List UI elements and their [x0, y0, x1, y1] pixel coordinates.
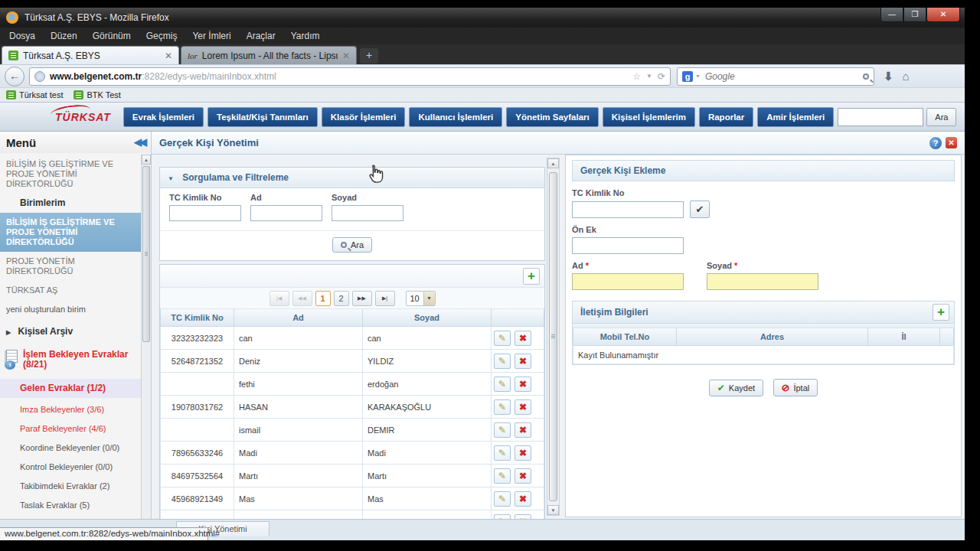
menu-item[interactable]: Dosya — [9, 31, 35, 41]
edit-button[interactable]: ✎ — [494, 331, 511, 346]
filter-ad-input[interactable] — [250, 205, 322, 221]
page-2-button[interactable]: 2 — [334, 291, 349, 306]
first-page-icon[interactable]: |◀ — [270, 291, 289, 306]
app-nav-button[interactable]: Raporlar — [699, 107, 753, 127]
bookmark-item[interactable]: BTK Test — [74, 90, 120, 99]
delete-button[interactable]: ✖ — [514, 354, 531, 369]
close-window-button[interactable]: ✕ — [926, 8, 960, 22]
header-search-input[interactable] — [838, 108, 923, 126]
reload-icon[interactable]: ⟳ — [658, 71, 665, 82]
sidebar-item-paraf-bekleyenler[interactable]: Paraf Bekleyenler (4/6) — [0, 419, 141, 439]
search-magnifier-icon[interactable] — [863, 73, 869, 80]
col-header-soyad[interactable]: Soyad — [363, 309, 492, 327]
delete-button[interactable]: ✖ — [514, 399, 531, 415]
edit-button[interactable]: ✎ — [494, 354, 511, 369]
new-tab-button[interactable]: + — [360, 48, 378, 64]
delete-button[interactable]: ✖ — [514, 377, 531, 392]
url-bar[interactable]: www.belgenet.com.tr :8282/edys-web/mainI… — [29, 67, 671, 86]
bookmark-item[interactable]: Türksat test — [6, 90, 63, 99]
delete-button[interactable]: ✖ — [514, 331, 531, 346]
scroll-up-icon[interactable]: ▲ — [142, 155, 151, 165]
edit-button[interactable]: ✎ — [494, 491, 511, 507]
app-nav-button[interactable]: Yönetim Sayfaları — [506, 107, 599, 127]
app-nav-button[interactable]: Kullanıcı İşlemleri — [409, 107, 502, 127]
app-nav-button[interactable]: Evrak İşlemleri — [123, 107, 204, 127]
sidebar-scrollbar[interactable]: ▲ — [141, 155, 151, 519]
menu-item[interactable]: Yer İmleri — [192, 31, 230, 41]
sidebar-item-taslak[interactable]: Taslak Evraklar (5) — [0, 496, 141, 515]
menu-item[interactable]: Görünüm — [93, 31, 131, 41]
sidebar-item-proje[interactable]: PROJE YÖNETİM DİREKTÖRLÜĞÜ — [0, 252, 141, 281]
sidebar-item-kisisel-arsiv[interactable]: ▶ Kişisel Arşiv — [0, 319, 141, 342]
sidebar-item-turksat-as[interactable]: TÜRKSAT AŞ — [0, 281, 141, 300]
edit-button[interactable]: ✎ — [494, 399, 511, 415]
tc-input[interactable] — [572, 201, 684, 218]
back-button[interactable]: ← — [5, 67, 24, 86]
sidebar-item-gelen-evraklar[interactable]: Gelen Evraklar (1/2) — [0, 379, 141, 398]
sidebar-item-islem-bekleyen[interactable]: i İşlem Bekleyen Evraklar (8/21) — [0, 342, 141, 374]
page-size-select[interactable]: 10 ▼ — [406, 291, 436, 306]
help-icon[interactable]: ? — [929, 137, 942, 149]
cancel-button[interactable]: ⊘ İptal — [773, 379, 818, 396]
home-icon[interactable]: ⌂ — [903, 70, 910, 83]
soyad-input[interactable] — [707, 273, 818, 290]
verify-check-icon[interactable]: ✔ — [690, 201, 710, 218]
close-page-icon[interactable]: ✕ — [946, 137, 957, 148]
scroll-up-icon[interactable]: ▲ — [547, 158, 559, 168]
delete-button[interactable]: ✖ — [514, 422, 531, 438]
dropdown-icon[interactable]: ▼ — [646, 73, 652, 80]
col-header-tc[interactable]: TC Kimlik No — [161, 309, 234, 327]
add-person-button[interactable]: + — [523, 268, 540, 285]
filter-panel-header[interactable]: ▼ Sorgulama ve Filtreleme — [160, 168, 544, 188]
edit-button[interactable]: ✎ — [494, 445, 511, 461]
sidebar-item-imza-bekleyenler[interactable]: Imza Bekleyenler (3/6) — [0, 398, 141, 419]
content-scrollbar[interactable]: ▲ ▼ — [547, 158, 560, 516]
collapse-sidebar-icon[interactable]: ◀◀ — [134, 136, 145, 148]
scroll-down-icon[interactable]: ▼ — [547, 505, 559, 515]
sidebar-item-birimlerim[interactable]: Birimlerim — [0, 194, 141, 213]
edit-button[interactable]: ✎ — [494, 468, 511, 484]
close-tab-icon[interactable]: ✕ — [342, 51, 350, 61]
filter-tc-input[interactable] — [169, 205, 241, 221]
app-nav-button[interactable]: Klasör İşlemleri — [322, 107, 406, 127]
sidebar-item-yeni-birim[interactable]: yeni oluşturulan birim — [0, 300, 141, 319]
next-page-icon[interactable]: ▶▶ — [352, 291, 372, 306]
ad-input[interactable] — [572, 273, 684, 290]
sidebar-item-kontrol[interactable]: Kontrol Bekleyenler (0/0) — [0, 458, 141, 477]
app-nav-button[interactable]: Amir İşlemleri — [757, 107, 834, 127]
page-1-button[interactable]: 1 — [315, 291, 331, 306]
save-button[interactable]: ✔ Kaydet — [709, 380, 763, 396]
app-nav-button[interactable]: Teşkilat/Kişi Tanımları — [207, 107, 318, 127]
col-header-ad[interactable]: Ad — [234, 309, 363, 327]
delete-button[interactable]: ✖ — [514, 491, 531, 507]
menu-item[interactable]: Düzen — [51, 31, 77, 41]
tab-ebys[interactable]: Türksat A.Ş. EBYS ✕ — [2, 46, 179, 64]
app-nav-button[interactable]: Kişisel İşlemlerim — [603, 107, 695, 127]
maximize-button[interactable]: ❐ — [903, 8, 926, 22]
bookmark-star-icon[interactable]: ☆ — [632, 71, 641, 82]
search-input[interactable] — [705, 71, 863, 82]
contact-col-adres[interactable]: Adres — [677, 328, 868, 346]
onek-input[interactable] — [572, 237, 684, 254]
tab-lorem-ipsum[interactable]: lor Lorem Ipsum - All the facts - Lipsum… — [181, 46, 357, 64]
menu-item[interactable]: Yardım — [291, 31, 320, 41]
search-engine-dropdown-icon[interactable]: ▼ — [695, 73, 701, 79]
menu-item[interactable]: Geçmiş — [146, 31, 178, 41]
minimize-button[interactable]: — — [880, 8, 903, 22]
filter-soyad-input[interactable] — [332, 205, 403, 221]
last-page-icon[interactable]: ▶| — [375, 291, 395, 306]
contact-col-il[interactable]: İl — [868, 328, 940, 346]
sidebar-item-directorate[interactable]: BİLİŞİM İŞ GELİŞTİRME VE PROJE YÖNETİMİ … — [0, 155, 141, 194]
close-tab-icon[interactable]: ✕ — [165, 51, 172, 61]
search-button[interactable]: Ara — [332, 237, 372, 253]
delete-button[interactable]: ✖ — [514, 445, 531, 461]
prev-page-icon[interactable]: ◀◀ — [292, 291, 312, 306]
delete-button[interactable]: ✖ — [514, 468, 531, 484]
sidebar-item-takibimdeki[interactable]: Takibimdeki Evraklar (2) — [0, 477, 141, 496]
edit-button[interactable]: ✎ — [494, 422, 511, 438]
header-search-button[interactable]: Ara — [926, 108, 956, 126]
menu-item[interactable]: Araçlar — [247, 31, 276, 41]
add-contact-button[interactable]: + — [933, 304, 949, 321]
contact-col-mobile[interactable]: Mobil Tel.No — [573, 328, 677, 346]
sidebar-item-koordine[interactable]: Koordine Bekleyenler (0/0) — [0, 439, 141, 458]
